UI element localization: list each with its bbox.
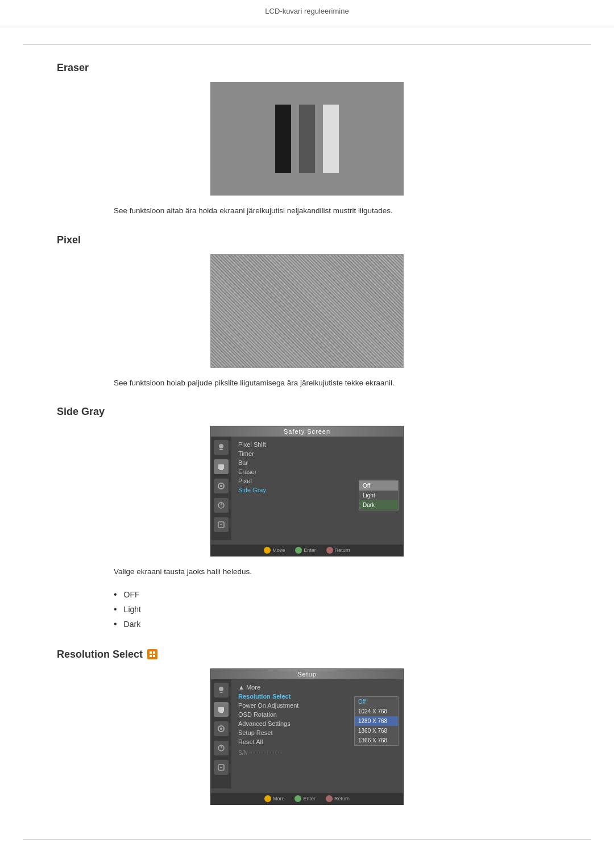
setup-icon-2 [214,702,229,717]
setup-submenu-1024: 1024 X 768 [355,707,398,716]
osd-menu-eraser: Eraser [236,467,399,476]
osd-submenu-off: Off [359,481,398,491]
svg-rect-1 [218,464,224,469]
eraser-bar-light [323,105,339,173]
osd-icon-5 [214,517,229,532]
setup-footer-move: More [264,795,285,802]
osd-footer-enter: Enter [295,547,316,554]
svg-point-0 [219,444,223,448]
setup-icons [211,679,231,788]
svg-rect-14 [218,707,224,712]
osd-submenu: Off Light Dark [359,480,399,510]
setup-footer: More Enter Return [211,793,403,804]
osd-menu-pixel-shift: Pixel Shift [236,440,399,449]
osd-footer-return: Return [326,547,350,554]
svg-rect-2 [219,469,223,470]
osd-submenu-light: Light [359,491,398,500]
pixel-image [210,254,404,368]
svg-rect-11 [150,655,152,657]
svg-rect-10 [153,651,155,654]
page-title: LCD-kuvari reguleerimine [265,7,349,15]
osd-icons [211,437,231,540]
osd-submenu-dark: Dark [359,500,398,510]
page-header: LCD-kuvari reguleerimine [0,0,614,27]
setup-icon-1 [214,683,229,697]
bullet-off: OFF [114,587,557,602]
osd-icon-3 [214,479,229,493]
pixel-section: Pixel See funktsioon hoiab paljude piksl… [57,234,557,389]
return-icon [326,547,333,554]
bullet-dark: Dark [114,617,557,632]
setup-enter-icon [294,795,301,802]
side-gray-section: Side Gray Safety Screen [57,406,557,632]
setup-submenu: Off 1024 X 768 1280 X 768 1360 X 768 136… [354,696,399,746]
setup-icon-5 [214,760,229,775]
bullet-light: Light [114,602,557,617]
resolution-badge [147,649,157,659]
enter-icon [295,547,302,554]
eraser-bar-mid [299,105,315,173]
osd-icon-2 [214,459,229,474]
eraser-title: Eraser [57,62,557,74]
resolution-select-title-container: Resolution Select [57,649,557,661]
side-gray-osd: Safety Screen [210,426,404,556]
setup-title-bar: Setup [211,669,403,679]
setup-osd: Setup [210,668,404,805]
setup-move-icon [264,795,271,802]
setup-return-icon [326,795,333,802]
setup-submenu-1360: 1360 X 768 [355,726,398,736]
move-icon [264,547,271,554]
eraser-image [210,82,404,196]
side-gray-desc: Valige ekraani tausta jaoks halli heledu… [114,566,557,578]
eraser-section: Eraser See funktsioon aitab ära hoida ek… [57,62,557,217]
svg-point-13 [219,687,223,691]
pixel-desc: See funktsioon hoiab paljude pikslite li… [114,377,557,389]
osd-icon-1 [214,440,229,455]
svg-point-17 [220,728,222,730]
setup-menu-sn: S/N ····················· [236,749,399,757]
osd-icon-4 [214,498,229,513]
osd-footer: Move Enter Return [211,545,403,556]
osd-title-bar: Safety Screen [211,426,403,437]
svg-rect-15 [219,712,223,713]
setup-icon-3 [214,721,229,736]
setup-icon-4 [214,741,229,755]
resolution-select-section: Resolution Select Setup [57,649,557,805]
eraser-bars [275,105,339,173]
setup-submenu-off: Off [355,697,398,707]
resolution-select-title: Resolution Select [57,649,143,661]
osd-menu-bar: Bar [236,458,399,467]
setup-footer-enter: Enter [294,795,316,802]
setup-menu-more: ▲ More [236,683,399,692]
setup-submenu-1280: 1280 X 768 [355,716,398,726]
svg-point-4 [220,485,222,487]
osd-menu-timer: Timer [236,449,399,458]
side-gray-bullet-list: OFF Light Dark [114,587,557,632]
pixel-title: Pixel [57,234,557,246]
svg-rect-12 [153,655,155,657]
setup-footer-return: Return [326,795,350,802]
osd-footer-move: Move [264,547,285,554]
side-gray-title: Side Gray [57,406,557,418]
setup-submenu-1366: 1366 X 768 [355,736,398,745]
svg-rect-9 [150,651,152,654]
eraser-desc: See funktsioon aitab ära hoida ekraani j… [114,205,557,217]
eraser-bar-dark [275,105,291,173]
